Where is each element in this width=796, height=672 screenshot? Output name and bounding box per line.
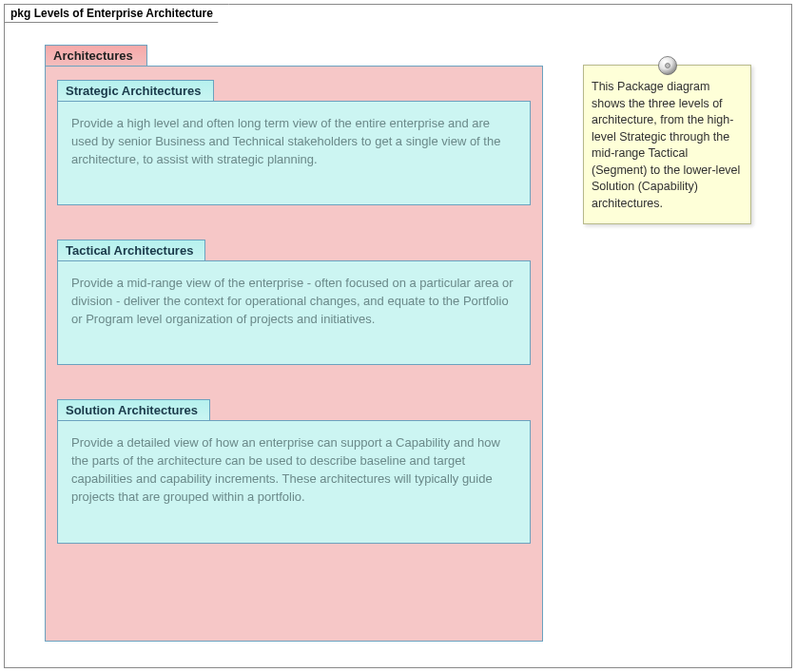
package-solution: Solution Architectures Provide a detaile… (57, 399, 531, 544)
package-strategic-description: Provide a high level and often long term… (57, 101, 531, 205)
package-strategic: Strategic Architectures Provide a high l… (57, 80, 531, 205)
package-architectures-body: Strategic Architectures Provide a high l… (45, 66, 543, 642)
note: This Package diagram shows the three lev… (583, 65, 751, 224)
package-tactical: Tactical Architectures Provide a mid-ran… (57, 240, 531, 365)
package-solution-description: Provide a detailed view of how an enterp… (57, 420, 531, 544)
svg-point-1 (665, 64, 670, 68)
package-architectures: Architectures Strategic Architectures Pr… (45, 45, 543, 643)
package-architectures-title: Architectures (45, 45, 147, 66)
pushpin-icon (657, 55, 678, 76)
diagram-frame: pkg Levels of Enterprise Architecture Ar… (4, 4, 792, 668)
diagram-frame-title: pkg Levels of Enterprise Architecture (4, 4, 229, 23)
package-solution-title: Solution Architectures (57, 399, 210, 420)
package-strategic-title: Strategic Architectures (57, 80, 214, 101)
package-tactical-description: Provide a mid-range view of the enterpri… (57, 260, 531, 365)
package-tactical-title: Tactical Architectures (57, 240, 205, 260)
note-text: This Package diagram shows the three lev… (583, 65, 751, 224)
